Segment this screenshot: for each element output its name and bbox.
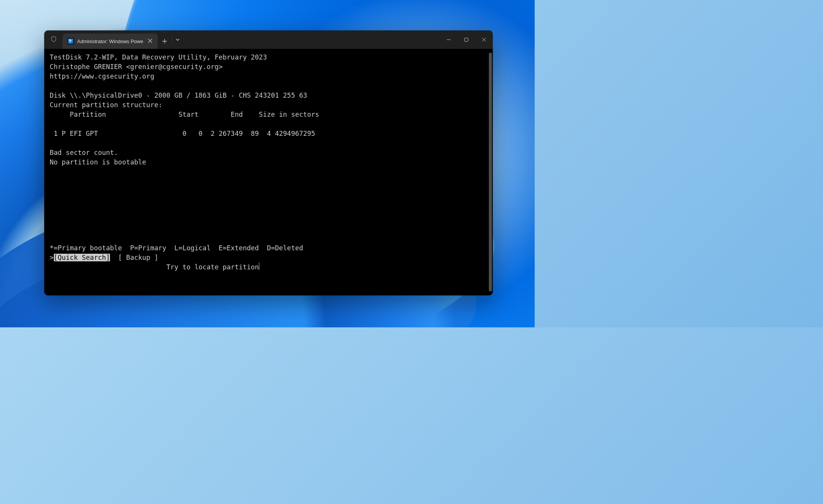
bad-sector-msg: Bad sector count. <box>50 149 118 156</box>
partition-columns: Partition Start End Size in sectors <box>50 111 319 118</box>
terminal-content[interactable]: TestDisk 7.2-WIP, Data Recovery Utility,… <box>44 49 493 295</box>
admin-shield-area <box>44 31 63 49</box>
window-controls <box>440 31 493 49</box>
titlebar[interactable]: Administrator: Windows Powe <box>44 31 493 49</box>
shield-icon <box>50 36 57 44</box>
tab-title: Administrator: Windows Powe <box>77 39 143 44</box>
maximize-button[interactable] <box>458 31 475 49</box>
close-button[interactable] <box>475 31 493 49</box>
terminal-window: Administrator: Windows Powe <box>44 31 493 295</box>
header-line-1: TestDisk 7.2-WIP, Data Recovery Utility,… <box>50 53 267 61</box>
new-tab-button[interactable] <box>158 34 171 49</box>
titlebar-drag-region[interactable] <box>184 31 440 49</box>
disk-info: Disk \\.\PhysicalDrive0 - 2000 GB / 1863… <box>50 92 307 99</box>
scrollbar[interactable] <box>489 53 492 291</box>
menu-quick-search[interactable]: [Quick Search] <box>54 254 110 261</box>
tab-powershell[interactable]: Administrator: Windows Powe <box>63 34 158 49</box>
hint-text: Try to locate partition <box>50 263 259 271</box>
menu-backup[interactable]: [ Backup ] <box>118 254 158 261</box>
menu-prefix: > <box>50 254 54 261</box>
svg-rect-5 <box>465 38 468 42</box>
legend-text: *=Primary bootable P=Primary L=Logical E… <box>50 244 303 252</box>
powershell-icon <box>67 38 74 45</box>
text-cursor <box>259 262 259 270</box>
minimize-button[interactable] <box>440 31 458 49</box>
header-line-2: Christophe GRENIER <grenier@cgsecurity.o… <box>50 63 223 71</box>
structure-label: Current partition structure: <box>50 101 162 109</box>
tab-close-button[interactable] <box>146 37 154 46</box>
no-bootable-msg: No partition is bootable <box>50 158 146 166</box>
tab-dropdown-button[interactable] <box>171 36 184 43</box>
header-line-3: https://www.cgsecurity.org <box>50 72 154 80</box>
partition-row: 1 P EFI GPT 0 0 2 267349 89 4 4294967295 <box>50 130 315 137</box>
